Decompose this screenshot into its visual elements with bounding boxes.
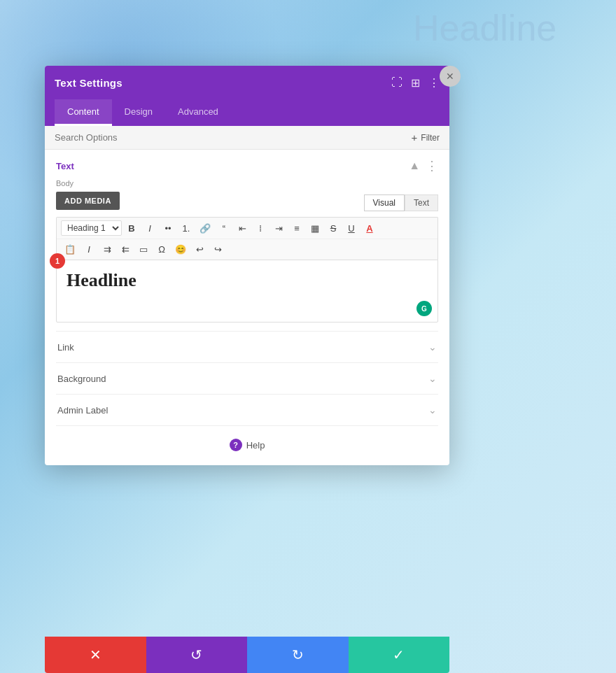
text-section: Text ▲ ⋮ Body ADD MEDIA Visual Text Head — [56, 150, 438, 332]
tab-content[interactable]: Content — [55, 99, 112, 126]
text-settings-panel: Text Settings ⛶ ⊞ ⋮ Content Design Advan… — [45, 66, 449, 465]
omega-button[interactable]: Ω — [153, 242, 170, 257]
background-section-header[interactable]: Background ⌄ — [56, 363, 438, 394]
editor-content[interactable]: Headline — [66, 270, 428, 291]
align-right-button[interactable]: ⇥ — [270, 221, 287, 236]
toolbar-row-1: Heading 1 Paragraph Heading 2 Heading 3 … — [57, 218, 438, 239]
editor-area[interactable]: 1 Headline G — [56, 260, 438, 323]
admin-label-section-title: Admin Label — [57, 405, 108, 416]
heading-select[interactable]: Heading 1 Paragraph Heading 2 Heading 3 — [61, 220, 122, 236]
tab-design[interactable]: Design — [112, 99, 165, 126]
italic2-button[interactable]: I — [80, 242, 97, 257]
editor-toolbar: Heading 1 Paragraph Heading 2 Heading 3 … — [56, 217, 438, 260]
add-media-button[interactable]: ADD MEDIA — [56, 192, 120, 210]
emoji-button[interactable]: 😊 — [172, 242, 190, 257]
filter-plus-icon: + — [412, 132, 418, 143]
focus-icon[interactable]: ⛶ — [391, 76, 402, 89]
bottom-bar: ✕ ↺ ↻ ✓ — [45, 637, 449, 673]
panel-header: Text Settings ⛶ ⊞ ⋮ — [45, 66, 449, 99]
color-button[interactable]: A — [361, 221, 378, 236]
text-section-actions: ▲ ⋮ — [409, 158, 438, 173]
panel-title: Text Settings — [55, 77, 122, 89]
undo-button[interactable]: ↩ — [191, 242, 208, 257]
panel-header-icons: ⛶ ⊞ ⋮ — [391, 76, 440, 90]
link-section-header[interactable]: Link ⌄ — [56, 332, 438, 362]
background-section-title: Background — [57, 374, 106, 384]
admin-label-section-header[interactable]: Admin Label ⌄ — [56, 395, 438, 425]
tab-advanced[interactable]: Advanced — [165, 99, 231, 126]
search-input[interactable] — [55, 132, 412, 143]
indent-less-button[interactable]: ⇇ — [117, 242, 134, 257]
fullscreen-button[interactable]: ▭ — [135, 242, 152, 257]
undo-button-bar[interactable]: ↺ — [146, 637, 248, 673]
align-center-button[interactable]: ⁞ — [252, 221, 269, 236]
background-chevron-icon: ⌄ — [428, 373, 437, 384]
link-button[interactable]: 🔗 — [196, 221, 214, 236]
more-options-icon[interactable]: ⋮ — [428, 76, 440, 90]
visual-toggle-button[interactable]: Visual — [364, 194, 405, 211]
align-left-button[interactable]: ⇤ — [234, 221, 251, 236]
redo-button-bar[interactable]: ↻ — [247, 637, 349, 673]
indent-more-button[interactable]: ⇉ — [99, 242, 115, 257]
help-row: ? Help — [56, 426, 438, 454]
grammarly-icon: G — [416, 301, 432, 316]
strikethrough-button[interactable]: S — [325, 221, 342, 236]
text-toggle-button[interactable]: Text — [405, 194, 438, 211]
cancel-button[interactable]: ✕ — [45, 637, 146, 673]
text-section-header[interactable]: Text ▲ ⋮ — [56, 158, 438, 173]
panel-body: Text ▲ ⋮ Body ADD MEDIA Visual Text Head — [45, 150, 449, 465]
filter-label: Filter — [421, 133, 440, 143]
editor-badge: 1 — [50, 253, 65, 269]
align-justify-button[interactable]: ≡ — [288, 221, 305, 236]
link-section: Link ⌄ — [56, 332, 438, 363]
body-label: Body — [56, 179, 438, 187]
link-section-title: Link — [57, 342, 74, 353]
text-section-title: Text — [56, 161, 74, 171]
link-chevron-icon: ⌄ — [428, 341, 437, 353]
paste-button[interactable]: 📋 — [61, 242, 79, 257]
close-panel-button[interactable]: ✕ — [440, 66, 461, 87]
background-section: Background ⌄ — [56, 363, 438, 395]
text-more-icon[interactable]: ⋮ — [426, 158, 438, 173]
help-label[interactable]: Help — [246, 440, 265, 451]
admin-label-section: Admin Label ⌄ — [56, 395, 438, 426]
blockquote-button[interactable]: “ — [216, 221, 232, 236]
unordered-list-button[interactable]: •• — [160, 221, 176, 236]
redo-button[interactable]: ↪ — [209, 242, 226, 257]
panel-tabs: Content Design Advanced — [45, 99, 449, 126]
split-icon[interactable]: ⊞ — [411, 76, 420, 90]
editor-toggle: Visual Text — [364, 194, 438, 211]
italic-button[interactable]: I — [141, 221, 158, 236]
toolbar-row-2: 📋 I ⇉ ⇇ ▭ Ω 😊 ↩ ↪ — [57, 239, 438, 260]
search-bar: + Filter — [45, 126, 449, 150]
editor-controls-row: ADD MEDIA Visual Text — [56, 192, 438, 214]
table-button[interactable]: ▦ — [307, 221, 323, 236]
bold-button[interactable]: B — [123, 221, 140, 236]
save-button[interactable]: ✓ — [349, 637, 450, 673]
background-headline: Headline — [392, 0, 616, 56]
underline-button[interactable]: U — [343, 221, 360, 236]
text-chevron-up-icon[interactable]: ▲ — [409, 160, 420, 172]
ordered-list-button[interactable]: 1. — [178, 221, 195, 236]
help-icon[interactable]: ? — [230, 439, 242, 451]
admin-label-chevron-icon: ⌄ — [428, 404, 437, 416]
filter-button[interactable]: + Filter — [412, 132, 440, 143]
